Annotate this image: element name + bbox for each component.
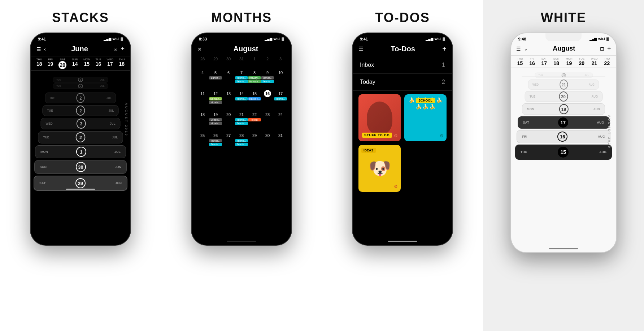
month-day-20[interactable]: 20 bbox=[222, 111, 235, 125]
menu-icon-todos[interactable]: ☰ bbox=[358, 46, 364, 52]
white-day-sat17[interactable]: Sat 17 bbox=[541, 57, 547, 66]
week-day-mon15[interactable]: Mon 15 bbox=[83, 58, 90, 69]
week-day-thu18b[interactable]: Thu 18 bbox=[119, 58, 125, 69]
month-day-26[interactable]: 26 Monda... Tennis... bbox=[209, 132, 222, 146]
month-day-18[interactable]: 18 bbox=[196, 111, 209, 125]
months-month-title: August bbox=[206, 45, 286, 53]
month-day-24[interactable]: 24 bbox=[274, 111, 287, 125]
side-label-white: AUGUST 2019 bbox=[608, 115, 611, 149]
month-day-5[interactable]: 5 Lunch... bbox=[209, 69, 222, 83]
stack-card-mon1jul[interactable]: MON 1 JUL bbox=[35, 145, 126, 158]
stacks-right-icons[interactable]: ⊡ + bbox=[113, 45, 125, 53]
notebook-ideas[interactable]: 🐶 IDEAS ⚙ bbox=[358, 145, 401, 192]
white-day-fri16[interactable]: Fri 16 bbox=[529, 57, 535, 66]
month-day-22[interactable]: 22 reject bbox=[248, 111, 261, 125]
inbox-list-item[interactable]: Inbox 1 bbox=[353, 57, 452, 74]
white-day-mon19[interactable]: Mon 19 bbox=[566, 57, 573, 66]
white-card-mon19aug[interactable]: MON 19 AUG bbox=[522, 103, 605, 115]
week-day-fri19[interactable]: Fri 19 bbox=[48, 58, 53, 69]
month-day-25[interactable]: 25 bbox=[196, 132, 209, 146]
stack-card-wed3jul[interactable]: WED 3 JUL bbox=[41, 118, 121, 129]
month-day-15[interactable]: 15 Haste li... bbox=[248, 90, 261, 104]
white-day-wed21[interactable]: Wed 21 bbox=[591, 57, 598, 66]
signal-icon-todos: ▂▄▆ bbox=[426, 37, 433, 41]
white-card-tue20aug[interactable]: TUE 20 AUG bbox=[525, 91, 602, 102]
month-day-29[interactable]: 29 bbox=[248, 132, 261, 146]
white-main-cards: WED 21 AUG TUE 20 AUG MON 19 AUG bbox=[511, 79, 616, 160]
menu-icon-white[interactable]: ☰ bbox=[516, 46, 521, 52]
white-right-icons[interactable]: ⊡ + bbox=[600, 45, 611, 52]
stack-card-tue2jul-1[interactable]: TUE 2 JUL bbox=[45, 93, 116, 103]
stacks-cards-area: TUE 2 JUL TUE 2 JUL TUE 2 bbox=[31, 71, 130, 193]
month-day-30[interactable]: 30 bbox=[261, 132, 274, 146]
white-day-tue20[interactable]: Tue 20 bbox=[579, 57, 584, 66]
status-icons-todos: ▂▄▆ WiFi ▓ bbox=[426, 37, 445, 41]
back-icon-stacks[interactable]: ‹ bbox=[44, 46, 46, 52]
stacks-week-row: Thu 18 Fri 19 Sat 20 Sun 14 Mon 15 bbox=[31, 56, 130, 71]
week-day-sat20[interactable]: Sat 20 bbox=[58, 58, 66, 69]
month-day-16-today[interactable]: 16 bbox=[261, 90, 274, 104]
week-day-thu18[interactable]: Thu 18 bbox=[36, 58, 42, 69]
month-day-17[interactable]: 17 Tennis... bbox=[274, 90, 287, 104]
stacks-phone: 9:41 ▂▄▆ WiFi ▓ ☰ ‹ June ⊡ + bbox=[30, 33, 131, 246]
white-screen: 9:48 ▂▄▆ WiFi ▓ ☰ ⌄ August ⊡ + bbox=[511, 33, 616, 252]
month-day-21[interactable]: 21 Tennis... Tennis... bbox=[235, 111, 248, 125]
battery-icon-months: ▓ bbox=[282, 37, 284, 41]
week-day-tue16[interactable]: Tue 16 bbox=[96, 58, 101, 69]
status-icons-white: ▂▄▆ WiFi ▓ bbox=[589, 37, 609, 41]
notebook-stuff-to-do[interactable]: STUFF TO DO ⚙ bbox=[358, 94, 401, 141]
month-day-23[interactable]: 23 bbox=[261, 111, 274, 125]
stack-card-sun30jun[interactable]: SUN 30 JUN bbox=[34, 160, 127, 174]
notebook-school[interactable]: 🍌 🍌 🍌 🍌 🍌 🍌 🍌 🍌 SCHOOL ⚙ bbox=[404, 94, 447, 141]
chevron-down-icon-white[interactable]: ⌄ bbox=[524, 46, 528, 52]
add-icon-todos[interactable]: + bbox=[442, 45, 447, 53]
white-day-sun18[interactable]: Sun 18 bbox=[553, 57, 560, 66]
add-icon-stacks[interactable]: + bbox=[121, 45, 125, 53]
divider-line-stacks bbox=[44, 89, 118, 89]
white-day-thu22[interactable]: Thu 22 bbox=[604, 57, 610, 66]
month-day-9[interactable]: 9 Monda... Tennis... bbox=[261, 69, 274, 83]
white-card-wed21aug[interactable]: WED 21 AUG bbox=[528, 79, 599, 90]
month-day-13[interactable]: 13 bbox=[222, 90, 235, 104]
white-left-icons[interactable]: ☰ ⌄ bbox=[516, 46, 528, 52]
stack-card-perspective-1[interactable]: TUE 2 JUL bbox=[53, 77, 108, 83]
month-day-11[interactable]: 11 bbox=[196, 90, 209, 104]
month-day-14[interactable]: 14 Tennis... bbox=[235, 90, 248, 104]
month-day-10[interactable]: 10 bbox=[274, 69, 287, 83]
stack-card-tue2jul-2[interactable]: TUE 2 JUL bbox=[42, 105, 118, 116]
month-day-7[interactable]: 7 Tennis... Tennis... bbox=[235, 69, 248, 83]
white-title: WHITE bbox=[541, 10, 586, 25]
month-day-4[interactable]: 4 bbox=[196, 69, 209, 83]
stack-card-perspective-2[interactable]: TUE 2 JUL bbox=[53, 83, 108, 89]
month-day-8[interactable]: 8 norway... Norway... bbox=[248, 69, 261, 83]
month-day-19[interactable]: 19 School... Monda... bbox=[209, 111, 222, 125]
month-day-27[interactable]: 27 bbox=[222, 132, 235, 146]
white-card-thu15aug[interactable]: THU 15 AUG bbox=[515, 145, 612, 160]
month-day-31[interactable]: 31 bbox=[274, 132, 287, 146]
month-day-6[interactable]: 6 bbox=[222, 69, 235, 83]
white-stacks-area: TUE 22 JUL WED 21 AUG TUE 20 bbox=[511, 68, 616, 163]
month-day-28[interactable]: 28 Tennis... Tennis... bbox=[235, 132, 248, 146]
week-day-wed17[interactable]: Wed 17 bbox=[106, 58, 113, 69]
white-phone: 9:48 ▂▄▆ WiFi ▓ ☰ ⌄ August ⊡ + bbox=[510, 33, 617, 253]
white-day-thu15[interactable]: Thu 15 bbox=[517, 57, 523, 66]
notebook-label-stuff: STUFF TO DO bbox=[362, 133, 392, 138]
menu-icon-stacks[interactable]: ☰ bbox=[36, 46, 41, 52]
home-indicator-months bbox=[227, 241, 256, 242]
stacks-left-icons[interactable]: ☰ ‹ bbox=[36, 46, 46, 52]
stack-card-tue2jul-3[interactable]: TUE 2 JUL bbox=[38, 131, 123, 143]
white-card-sat17aug[interactable]: SAT 17 AUG bbox=[518, 116, 610, 129]
notch-todos bbox=[384, 33, 421, 41]
white-card-fri16aug[interactable]: FRI 16 AUG bbox=[517, 130, 610, 143]
signal-icon-stacks: ▂▄▆ bbox=[104, 37, 111, 41]
today-list-item[interactable]: Today 2 bbox=[353, 74, 452, 91]
week-day-sun14[interactable]: Sun 14 bbox=[72, 58, 78, 69]
status-icons-stacks: ▂▄▆ WiFi ▓ bbox=[104, 37, 123, 41]
close-icon-months[interactable]: ✕ bbox=[197, 46, 202, 52]
notch-months bbox=[223, 33, 260, 41]
expand-icon-stacks[interactable]: ⊡ bbox=[113, 46, 118, 52]
status-time-stacks: 9:41 bbox=[38, 37, 46, 41]
add-icon-white[interactable]: + bbox=[607, 45, 611, 52]
month-day-12[interactable]: 12 Norway... Monda... bbox=[209, 90, 222, 104]
expand-icon-white[interactable]: ⊡ bbox=[600, 46, 604, 52]
